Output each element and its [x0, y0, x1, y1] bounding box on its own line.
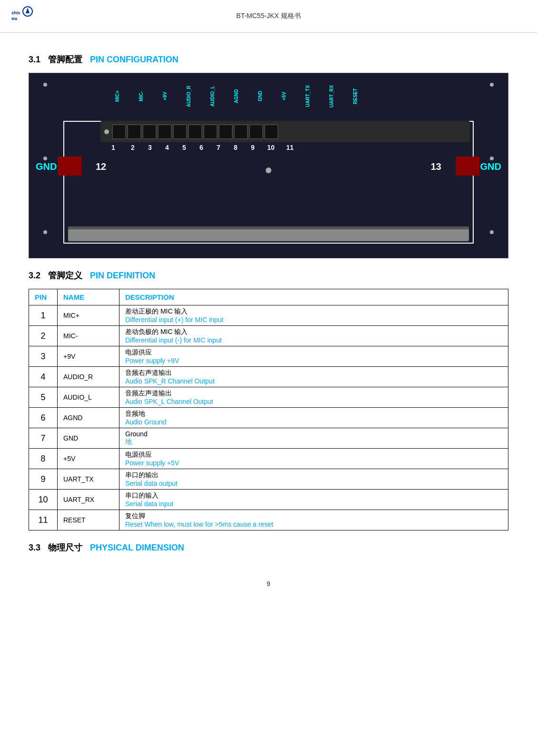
cell-pin-3: 3	[29, 346, 58, 367]
pin-label-1: MIC+	[105, 77, 129, 115]
pin-label-5: AUDIO_L	[200, 77, 224, 115]
cell-pin-10: 10	[29, 490, 58, 510]
cell-pin-9: 9	[29, 469, 58, 490]
col-description: DESCRIPTION	[119, 289, 508, 305]
cell-name-8: UART_TX	[58, 469, 119, 490]
section-3-1-heading: 3.1 管脚配置 PIN CONFIGURATION	[29, 54, 508, 65]
cell-desc-0: 差动正极的 MIC 输入 Differential input (+) for …	[119, 305, 508, 326]
section-3-1-num: 3.1	[29, 55, 40, 65]
table-row: 4 AUDIO_R 音频右声道输出 Audio SPK_R Channel Ou…	[29, 367, 508, 387]
svg-text:shin: shin	[11, 10, 20, 15]
pin-labels-top: MIC+ MIC- +9V AUDIO_R AUDIO_L AGND GND +…	[105, 77, 367, 115]
table-row: 9 UART_TX 串口的输出 Serial data output	[29, 469, 508, 490]
cell-pin-7: 7	[29, 428, 58, 449]
pin-label-3: +9V	[153, 77, 177, 115]
pin-block-1	[112, 124, 126, 139]
pin-num-8: 8	[228, 144, 244, 151]
pin1-marker	[104, 129, 109, 134]
table-row: 1 MIC+ 差动正极的 MIC 输入 Differential input (…	[29, 305, 508, 326]
cell-desc-9: 串口的输入 Serial data input	[119, 490, 508, 510]
cell-pin-2: 2	[29, 326, 58, 346]
table-row: 2 MIC- 差动负极的 MIC 输入 Differential input (…	[29, 326, 508, 346]
table-row: 8 +5V 电源供应 Power supply +5V	[29, 449, 508, 469]
table-row: 3 +9V 电源供应 Power supply +9V	[29, 346, 508, 367]
pin-num-3: 3	[142, 144, 158, 151]
cell-name-1: MIC-	[58, 326, 119, 346]
section-3-3-heading: 3.3 物理尺寸 PHYSICAL DIMENSION	[29, 542, 508, 553]
cell-pin-11: 11	[29, 510, 58, 530]
section-3-2-num: 3.2	[29, 271, 40, 281]
section-3-3-english: PHYSICAL DIMENSION	[90, 543, 184, 553]
svg-text:wa: wa	[11, 16, 18, 21]
pin-num-7: 7	[210, 144, 227, 151]
pin-num-1: 1	[103, 144, 124, 151]
section-3-1-english: PIN CONFIGURATION	[90, 55, 179, 65]
table-header-row: PIN NAME DESCRIPTION	[29, 289, 508, 305]
section-3-2-english: PIN DEFINITION	[90, 271, 155, 281]
pin-numbers-row: 1 2 3 4 5 6 7 8 9 10 11	[103, 144, 470, 151]
cell-pin-1: 1	[29, 305, 58, 326]
table-row: 7 GND Ground 地	[29, 428, 508, 449]
logo: shin wa	[10, 4, 34, 29]
pin-num-4: 4	[159, 144, 175, 151]
pin-block-8	[219, 124, 233, 139]
cell-name-3: AUDIO_R	[58, 367, 119, 387]
page-number: 9	[267, 580, 270, 588]
pin13-label: 13	[431, 161, 441, 172]
table-row: 11 RESET 复位脚 Reset When low, must low fo…	[29, 510, 508, 530]
cell-name-0: MIC+	[58, 305, 119, 326]
cell-desc-3: 音频右声道输出 Audio SPK_R Channel Output	[119, 367, 508, 387]
col-name: NAME	[58, 289, 119, 305]
section-3-3-num: 3.3	[29, 543, 40, 553]
cell-desc-1: 差动负极的 MIC 输入 Differential input (-) for …	[119, 326, 508, 346]
cell-name-7: +5V	[58, 449, 119, 469]
footer: 9	[0, 580, 537, 588]
pin12-label: 12	[96, 161, 106, 172]
section-3-2-chinese: 管脚定义	[48, 270, 82, 281]
header-title: BT-MC55-JKX 规格书	[236, 12, 300, 20]
pin-block-2	[127, 124, 141, 139]
pcb-visual: MIC+ MIC- +9V AUDIO_R AUDIO_L AGND GND +…	[29, 73, 508, 258]
cell-name-5: AGND	[58, 408, 119, 428]
pin-label-8: +5V	[272, 77, 296, 115]
pin-definition-table: PIN NAME DESCRIPTION 1 MIC+ 差动正极的 MIC 输入…	[29, 289, 508, 530]
section-3-1-chinese: 管脚配置	[48, 54, 82, 65]
pin-num-2: 2	[125, 144, 141, 151]
gnd-label-right: GND	[480, 161, 501, 172]
cell-name-2: +9V	[58, 346, 119, 367]
pin-block-9	[234, 124, 248, 139]
cell-pin-5: 5	[29, 387, 58, 408]
header: shin wa BT-MC55-JKX 规格书	[0, 0, 537, 33]
pin-num-5: 5	[176, 144, 192, 151]
pin-label-10: UART_RX	[319, 77, 343, 115]
section-3-2-heading: 3.2 管脚定义 PIN DEFINITION	[29, 270, 508, 281]
cell-name-6: GND	[58, 428, 119, 449]
gnd-label-left: GND	[36, 161, 57, 172]
center-dot	[266, 167, 271, 173]
cell-desc-7: 电源供应 Power supply +5V	[119, 449, 508, 469]
section-3-3-chinese: 物理尺寸	[48, 542, 82, 553]
pin-block-11	[264, 124, 278, 139]
pin-label-6: AGND	[224, 77, 248, 115]
pin-num-6: 6	[193, 144, 209, 151]
bottom-connector-top	[68, 226, 469, 229]
pcb-image: MIC+ MIC- +9V AUDIO_R AUDIO_L AGND GND +…	[29, 73, 508, 258]
pin-block-6	[188, 124, 202, 139]
cell-desc-2: 电源供应 Power supply +9V	[119, 346, 508, 367]
pin-label-9: UART_TX	[296, 77, 319, 115]
pin-num-11: 11	[281, 144, 299, 151]
pin-label-4: AUDIO_R	[177, 77, 200, 115]
pin-block-5	[173, 124, 187, 139]
table-row: 6 AGND 音频地 Audio Ground	[29, 408, 508, 428]
col-pin: PIN	[29, 289, 58, 305]
pin-label-2: MIC-	[129, 77, 153, 115]
cell-pin-6: 6	[29, 408, 58, 428]
cell-desc-4: 音频左声道输出 Audio SPK_L Channel Output	[119, 387, 508, 408]
main-content: 3.1 管脚配置 PIN CONFIGURATION MIC+ MIC- +9V…	[0, 33, 537, 570]
cell-desc-10: 复位脚 Reset When low, must low for >5ms ca…	[119, 510, 508, 530]
cell-desc-5: 音频地 Audio Ground	[119, 408, 508, 428]
pin-block-3	[142, 124, 157, 139]
gnd-pad-right	[456, 157, 479, 176]
gnd-pad-left	[58, 157, 81, 176]
cell-desc-8: 串口的输出 Serial data output	[119, 469, 508, 490]
